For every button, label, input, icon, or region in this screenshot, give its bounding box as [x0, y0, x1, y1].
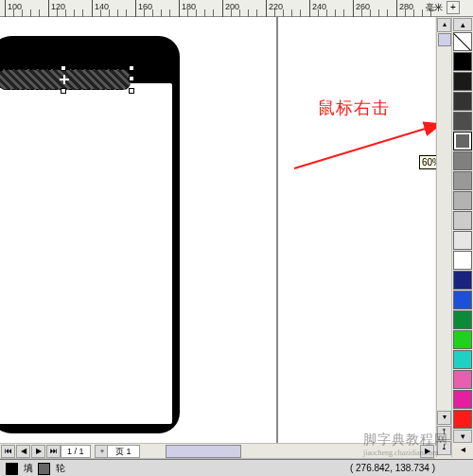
ruler-horizontal[interactable]: 毫米 + 100120140160180200220240260280	[0, 0, 473, 17]
next-page-button[interactable]: ▶	[31, 445, 45, 458]
selection-handle-bottom-center[interactable]	[61, 88, 66, 94]
fill-swatch-icon	[6, 463, 18, 475]
fill-indicator[interactable]: 填	[6, 462, 33, 475]
status-bar: 填 轮 ( 276.842, 138.734 )	[0, 459, 473, 476]
color-palette: ▴ ▾ ◂	[452, 17, 473, 448]
ruler-tick: 100	[5, 0, 6, 17]
ruler-tick: 260	[353, 0, 354, 17]
swatch-cyan[interactable]	[453, 350, 472, 369]
swatch-80-black[interactable]	[453, 92, 472, 111]
outline-swatch-icon	[38, 463, 50, 475]
selection-handle-mid-right[interactable]	[129, 76, 134, 81]
first-page-button[interactable]: ⏮	[1, 445, 15, 458]
swatch-black[interactable]	[453, 52, 472, 71]
palette-scroll-up-button[interactable]: ▴	[453, 18, 472, 31]
palette-flyout-button[interactable]: ◂	[453, 444, 472, 457]
ruler-tick: 280	[396, 0, 397, 17]
ruler-tick: 120	[48, 0, 49, 17]
swatch-green-dark[interactable]	[453, 310, 472, 329]
swatch-50-black[interactable]	[453, 151, 472, 170]
phone-screen-shape	[0, 83, 172, 424]
canvas[interactable]: 鼠标右击 60% Black	[0, 17, 435, 476]
swatch-10-black[interactable]	[453, 231, 472, 250]
swatch-magenta[interactable]	[453, 390, 472, 409]
outline-indicator[interactable]: 轮	[38, 462, 65, 475]
page-tab-1[interactable]: 页 1	[107, 445, 140, 458]
page-counter: 1 / 1	[61, 445, 91, 458]
selection-handle-top-right[interactable]	[129, 65, 134, 71]
swatch-pink[interactable]	[453, 370, 472, 389]
palette-scroll-down-button[interactable]: ▾	[453, 430, 472, 443]
ruler-unit-label: 毫米	[426, 2, 443, 14]
ruler-tick: 180	[179, 0, 180, 17]
ruler-tick: 200	[222, 0, 223, 17]
selection-center-marker[interactable]	[60, 75, 69, 84]
swatch-60-black[interactable]	[453, 132, 472, 150]
swatch-no-fill[interactable]	[453, 32, 472, 51]
swatch-red[interactable]	[453, 410, 472, 429]
vertical-scroll-thumb[interactable]	[438, 33, 451, 46]
page-boundary	[276, 17, 278, 476]
swatch-navy[interactable]	[453, 271, 472, 290]
last-page-button[interactable]: ⏭	[46, 445, 61, 458]
swatch-90-black[interactable]	[453, 72, 472, 91]
horizontal-scroll-thumb[interactable]	[166, 445, 241, 458]
vertical-scrollbar[interactable]: ▴ ▾ ⤒ ⤓	[436, 17, 452, 457]
swatch-blue[interactable]	[453, 291, 472, 309]
swatch-white[interactable]	[453, 251, 472, 270]
scroll-up-button[interactable]: ▴	[437, 18, 451, 32]
prev-page-button[interactable]: ◀	[16, 445, 30, 458]
phone-shape[interactable]	[0, 36, 180, 433]
selection-handle-top-center[interactable]	[61, 65, 66, 71]
scroll-down-button[interactable]: ▾	[437, 411, 451, 425]
ruler-tick: 160	[135, 0, 136, 17]
ruler-tick: 140	[92, 0, 93, 17]
ruler-tick: 240	[309, 0, 310, 17]
watermark: 脚字典教程网 jiaocheng.chazidian.com	[363, 432, 448, 457]
ruler-options-button[interactable]: +	[447, 1, 460, 14]
ruler-tick: 220	[266, 0, 267, 17]
selection-handle-bottom-right[interactable]	[129, 88, 134, 94]
swatch-70-black[interactable]	[453, 112, 472, 131]
cursor-coordinates: ( 276.842, 138.734 )	[350, 462, 435, 475]
swatch-green[interactable]	[453, 330, 472, 349]
swatch-40-black[interactable]	[453, 171, 472, 190]
swatch-20-black[interactable]	[453, 211, 472, 230]
swatch-30-black[interactable]	[453, 191, 472, 210]
